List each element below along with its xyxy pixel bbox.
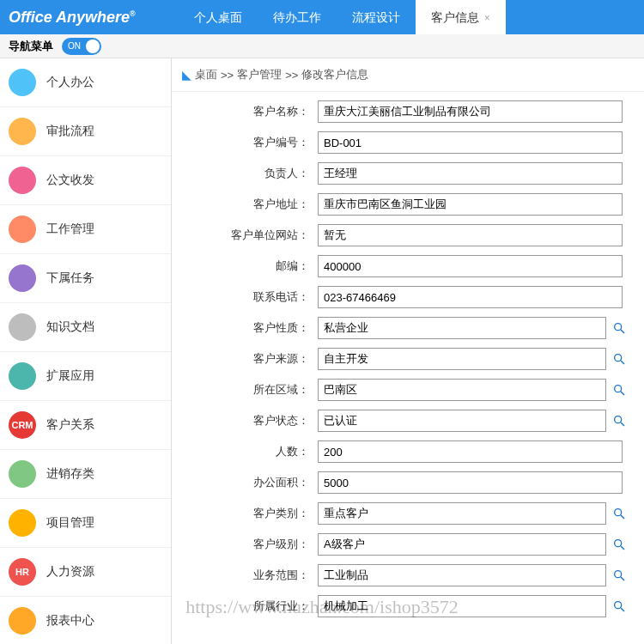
sidebar-icon xyxy=(9,216,36,243)
tab-bar: 个人桌面待办工作流程设计客户信息× xyxy=(179,0,506,34)
sidebar-icon xyxy=(9,362,36,390)
svg-line-9 xyxy=(621,515,624,519)
sidebar-icon: CRM xyxy=(9,411,36,439)
form-row: 客户单位网站： xyxy=(189,224,627,246)
sidebar-icon xyxy=(9,460,36,488)
tab-1[interactable]: 待办工作 xyxy=(258,0,337,34)
form-row: 客户编号： xyxy=(189,131,627,154)
search-icon[interactable] xyxy=(611,320,627,336)
sidebar-icon xyxy=(9,167,36,194)
sidebar-item-3[interactable]: 工作管理 xyxy=(0,205,171,254)
form-row: 客户状态： xyxy=(189,410,627,432)
sidebar-item-label: 工作管理 xyxy=(46,222,94,237)
form-input-10[interactable] xyxy=(318,410,606,432)
svg-line-13 xyxy=(621,577,624,580)
sidebar-item-label: 公文收发 xyxy=(46,173,94,188)
sidebar-item-label: 知识文档 xyxy=(46,319,94,335)
sidebar-item-label: 报表中心 xyxy=(46,613,94,629)
search-icon[interactable] xyxy=(611,598,627,614)
sidebar-icon xyxy=(9,607,36,635)
sidebar-item-8[interactable]: 进销存类 xyxy=(0,450,171,499)
sidebar-item-label: 客户关系 xyxy=(46,417,94,433)
form-label: 联系电话： xyxy=(189,289,318,305)
breadcrumb: ◣ 桌面 >> 客户管理 >> 修改客户信息 xyxy=(172,58,644,92)
form-label: 客户来源： xyxy=(189,351,318,367)
nav-toggle[interactable]: ON xyxy=(62,38,101,55)
search-icon[interactable] xyxy=(611,537,627,552)
form-input-6[interactable] xyxy=(318,286,623,308)
sidebar-icon xyxy=(9,69,36,96)
search-icon[interactable] xyxy=(611,351,627,367)
form-row: 办公面积： xyxy=(189,471,627,494)
form-row: 联系电话： xyxy=(189,286,627,308)
form-label: 客户名称： xyxy=(189,104,318,119)
sidebar-item-1[interactable]: 审批流程 xyxy=(0,107,171,156)
form-label: 邮编： xyxy=(189,258,318,274)
form-input-13[interactable] xyxy=(318,502,606,525)
sidebar-item-11[interactable]: 报表中心 xyxy=(0,597,171,644)
sidebar-item-label: 个人办公 xyxy=(46,75,94,90)
form-label: 客户单位网站： xyxy=(189,228,318,243)
form-input-7[interactable] xyxy=(318,317,606,339)
search-icon[interactable] xyxy=(611,382,627,398)
form-input-9[interactable] xyxy=(318,379,606,401)
svg-point-4 xyxy=(615,386,622,392)
form-row: 客户来源： xyxy=(189,348,627,370)
form-input-11[interactable] xyxy=(318,440,623,463)
customer-form: 客户名称：客户编号：负责人：客户地址：客户单位网站：邮编：联系电话：客户性质：客… xyxy=(172,92,644,635)
tab-3[interactable]: 客户信息× xyxy=(416,0,506,34)
form-input-15[interactable] xyxy=(318,564,606,586)
search-icon[interactable] xyxy=(611,413,627,428)
form-row: 业务范围： xyxy=(189,564,627,586)
form-input-16[interactable] xyxy=(318,595,606,617)
form-input-14[interactable] xyxy=(318,533,606,556)
form-input-12[interactable] xyxy=(318,471,623,494)
breadcrumb-item[interactable]: 客户管理 xyxy=(237,67,282,82)
form-input-3[interactable] xyxy=(318,193,623,216)
form-label: 办公面积： xyxy=(189,475,318,490)
nav-menu-label: 导航菜单 xyxy=(9,39,53,54)
form-label: 所在区域： xyxy=(189,382,318,398)
sidebar-item-label: 进销存类 xyxy=(46,466,94,482)
form-label: 人数： xyxy=(189,444,318,459)
sidebar-icon xyxy=(9,264,36,292)
search-icon[interactable] xyxy=(611,506,627,521)
sidebar-item-4[interactable]: 下属任务 xyxy=(0,254,171,303)
tab-2[interactable]: 流程设计 xyxy=(337,0,416,34)
sidebar-item-5[interactable]: 知识文档 xyxy=(0,303,171,352)
form-row: 邮编： xyxy=(189,255,627,277)
close-icon[interactable]: × xyxy=(484,12,490,24)
svg-line-5 xyxy=(621,392,624,395)
sidebar-item-9[interactable]: 项目管理 xyxy=(0,499,171,548)
form-row: 负责人： xyxy=(189,162,627,185)
form-row: 人数： xyxy=(189,440,627,463)
search-icon[interactable] xyxy=(611,568,627,583)
sidebar-item-6[interactable]: 扩展应用 xyxy=(0,352,171,401)
svg-point-0 xyxy=(615,324,622,331)
svg-point-8 xyxy=(615,509,622,516)
sidebar-item-10[interactable]: HR人力资源 xyxy=(0,548,171,597)
form-input-4[interactable] xyxy=(318,224,623,246)
breadcrumb-item: 修改客户信息 xyxy=(301,67,368,82)
form-input-1[interactable] xyxy=(318,131,623,154)
form-row: 客户类别： xyxy=(189,502,627,525)
svg-line-7 xyxy=(621,422,624,426)
tab-0[interactable]: 个人桌面 xyxy=(179,0,258,34)
form-label: 客户地址： xyxy=(189,197,318,212)
form-row: 客户地址： xyxy=(189,193,627,216)
form-label: 业务范围： xyxy=(189,568,318,583)
sidebar-icon xyxy=(9,118,36,145)
sidebar-item-7[interactable]: CRM客户关系 xyxy=(0,401,171,450)
svg-line-1 xyxy=(621,330,624,333)
form-input-0[interactable] xyxy=(318,100,623,123)
form-label: 客户类别： xyxy=(189,506,318,521)
sidebar-item-label: 人力资源 xyxy=(46,564,94,580)
sidebar-item-0[interactable]: 个人办公 xyxy=(0,58,171,107)
breadcrumb-item[interactable]: 桌面 xyxy=(195,67,217,82)
form-input-8[interactable] xyxy=(318,348,606,370)
form-input-2[interactable] xyxy=(318,162,623,185)
form-row: 所属行业： xyxy=(189,595,627,617)
form-input-5[interactable] xyxy=(318,255,623,277)
sidebar-icon xyxy=(9,509,36,537)
sidebar-item-2[interactable]: 公文收发 xyxy=(0,156,171,205)
